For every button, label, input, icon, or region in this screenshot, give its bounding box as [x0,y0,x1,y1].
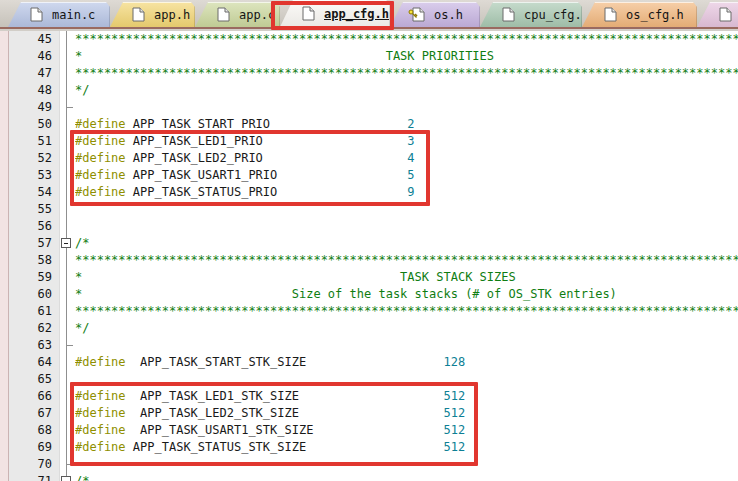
tab-label: cpu_cfg.h [524,8,589,22]
code-text: #define APP_TASK_START_STK_SIZE 128 [75,354,738,371]
code-text: #define APP_TASK_USART1_PRIO 5 [75,167,738,184]
code-segment-number: 128 [443,355,465,369]
code-line[interactable]: 63 [9,337,738,354]
line-number: 58 [9,252,60,269]
code-line[interactable]: 55 [9,201,738,218]
line-number: 61 [9,303,60,320]
code-line[interactable]: 53 #define APP_TASK_USART1_PRIO 5 [9,167,738,184]
fold-collapse-icon[interactable] [61,476,71,481]
line-number: 65 [9,371,60,388]
line-number: 51 [9,133,60,150]
code-segment-directive: #define [75,151,126,165]
code-text: #define APP_TASK_STATUS_STK_SIZE 512 [75,439,738,456]
code-line[interactable]: 70 [9,456,738,473]
code-line[interactable]: 60 * Size of the task stacks (# of OS_ST… [9,286,738,303]
fold-margin [60,303,75,320]
code-text: * TASK PRIORITIES [75,48,738,65]
code-line[interactable]: 50 #define APP_TASK_START_PRIO 2 [9,116,738,133]
code-segment-directive: #define [75,168,126,182]
fold-margin [60,422,75,439]
code-text: */ [75,82,738,99]
editor-tab-os-h[interactable]: os.h [390,2,480,27]
code-segment-number: 512 [443,406,465,420]
code-line[interactable]: 48 */ [9,82,738,99]
code-segment-directive: #define [75,389,126,403]
editor-tab-app-c[interactable]: app.c [195,2,280,27]
line-number: 67 [9,405,60,422]
code-segment-ident: APP_TASK_START_STK_SIZE [126,355,444,369]
code-segment-ident: APP_TASK_USART1_STK_SIZE [126,423,444,437]
editor-tab-app-h[interactable]: app.h [110,2,195,27]
fold-margin [60,167,75,184]
code-line[interactable]: 67 #define APP_TASK_LED2_STK_SIZE 512 [9,405,738,422]
code-segment-directive: #define [75,117,126,131]
code-segment-ident: APP_TASK_LED2_STK_SIZE [126,406,444,420]
line-number: 70 [9,456,60,473]
code-line[interactable]: 52 #define APP_TASK_LED2_PRIO 4 [9,150,738,167]
code-line[interactable]: 57 /* [9,235,738,252]
code-line[interactable]: 51 #define APP_TASK_LED1_PRIO 3 [9,133,738,150]
fold-margin [60,48,75,65]
code-text: */ [75,320,738,337]
code-line[interactable]: 54 #define APP_TASK_STATUS_PRIO 9 [9,184,738,201]
code-line[interactable]: 59 * TASK STACK SIZES [9,269,738,286]
code-segment-directive: #define [75,355,126,369]
tab-label: os.h [434,8,463,22]
code-editor[interactable]: 45 *************************************… [0,31,738,481]
fold-margin [60,31,75,48]
code-text: #define APP_TASK_STATUS_PRIO 9 [75,184,738,201]
fold-margin [60,456,75,473]
code-segment-ident: APP_TASK_LED2_PRIO [126,151,408,165]
code-line[interactable]: 56 [9,218,738,235]
code-segment-number: 5 [407,168,414,182]
fold-margin [60,150,75,167]
code-line[interactable]: 71 /* [9,473,738,481]
code-text [75,201,738,218]
tab-label: app_cfg.h [324,7,389,21]
code-line[interactable]: 58 *************************************… [9,252,738,269]
line-number: 52 [9,150,60,167]
code-segment-directive: #define [75,440,126,454]
code-segment-ident: APP_TASK_STATUS_STK_SIZE [126,440,444,454]
line-number: 66 [9,388,60,405]
code-line[interactable]: 66 #define APP_TASK_LED1_STK_SIZE 512 [9,388,738,405]
code-segment-comment: ****************************************… [75,253,738,267]
code-line[interactable]: 49 [9,99,738,116]
fold-margin [60,82,75,99]
editor-tab-bar: main.c app.h app.c app_cfg.h [0,0,738,29]
editor-tab-cpu_cfg-h[interactable]: cpu_cfg.h [480,2,582,27]
fold-margin [60,337,75,354]
editor-tab-os_cfg-h[interactable]: os_cfg.h [582,2,697,27]
code-line[interactable]: 46 * TASK PRIORITIES [9,48,738,65]
editor-tab-app_cfg-h[interactable]: app_cfg.h [280,0,390,27]
code-segment-comment: * Size of the task stacks (# of OS_STK e… [75,287,617,301]
code-segment-number: 9 [407,185,414,199]
code-text: ****************************************… [75,31,738,48]
code-line[interactable]: 47 *************************************… [9,65,738,82]
code-line[interactable]: 68 #define APP_TASK_USART1_STK_SIZE 512 [9,422,738,439]
fold-margin [60,388,75,405]
editor-tab-main-c[interactable]: main.c [8,2,110,27]
line-number: 63 [9,337,60,354]
code-segment-comment: */ [75,321,89,335]
code-line[interactable]: 45 *************************************… [9,31,738,48]
line-number: 68 [9,422,60,439]
code-segment-comment: * TASK PRIORITIES [75,49,494,63]
code-segment-comment: /* [75,236,89,250]
fold-collapse-icon[interactable] [61,238,71,248]
editor-tab-st[interactable]: st [697,2,738,27]
code-line[interactable]: 61 *************************************… [9,303,738,320]
fold-margin [60,286,75,303]
code-line[interactable]: 65 [9,371,738,388]
code-line[interactable]: 64 #define APP_TASK_START_STK_SIZE 128 [9,354,738,371]
code-segment-directive: #define [75,134,126,148]
code-line[interactable]: 69 #define APP_TASK_STATUS_STK_SIZE 512 [9,439,738,456]
code-segment-number: 512 [443,389,465,403]
code-line[interactable]: 62 */ [9,320,738,337]
code-segment-comment: ****************************************… [75,32,738,46]
fold-margin [60,65,75,82]
line-number: 71 [9,473,60,481]
code-text [75,218,738,235]
fold-margin [60,133,75,150]
fold-margin [60,269,75,286]
